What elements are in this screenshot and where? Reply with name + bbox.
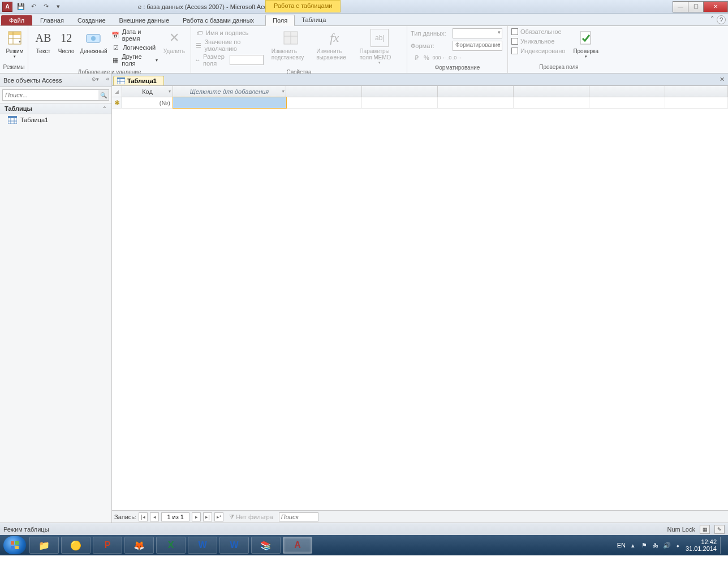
validation-icon bbox=[577, 29, 595, 47]
number-field-button[interactable]: 12 Число bbox=[55, 28, 78, 55]
prev-record-button[interactable]: ◂ bbox=[150, 512, 159, 521]
datatype-row: Тип данных: bbox=[411, 28, 504, 39]
tab-external-data[interactable]: Внешние данные bbox=[113, 15, 176, 25]
empty-cell[interactable] bbox=[514, 97, 589, 108]
size-icon: ↔ bbox=[195, 55, 201, 64]
svg-rect-10 bbox=[580, 32, 591, 44]
empty-cell[interactable] bbox=[438, 97, 514, 108]
action-center-icon[interactable]: ⚑ bbox=[640, 541, 648, 549]
modify-expression-button: fx Изменить выражение bbox=[313, 28, 356, 62]
collapse-group-icon[interactable]: ⌃ bbox=[102, 106, 107, 111]
tray-app-icon[interactable]: ⬥ bbox=[674, 541, 682, 549]
help-button[interactable]: ? bbox=[717, 15, 726, 24]
tab-fields[interactable]: Поля bbox=[265, 15, 295, 26]
tab-create[interactable]: Создание bbox=[71, 15, 113, 25]
taskbar-powerpoint[interactable]: P bbox=[93, 537, 122, 554]
group-views-label: Режимы bbox=[0, 64, 28, 73]
datetime-field-button[interactable]: 📅 Дата и время bbox=[111, 28, 157, 42]
validation-button[interactable]: Проверка ▾ bbox=[570, 28, 602, 60]
tab-table[interactable]: Таблица bbox=[295, 15, 333, 25]
calendar-icon: 📅 bbox=[111, 31, 120, 40]
next-record-button[interactable]: ▸ bbox=[192, 512, 201, 521]
start-button[interactable] bbox=[3, 536, 26, 554]
indexed-checkbox: Индексировано bbox=[511, 47, 565, 55]
yesno-field-button[interactable]: ☑ Логический bbox=[111, 42, 157, 53]
taskbar-excel[interactable]: X bbox=[156, 537, 186, 554]
memo-settings-button: ab| Параметры поля MEMO ▾ bbox=[356, 28, 403, 66]
minimize-ribbon-icon[interactable]: ⌃ bbox=[710, 15, 714, 24]
number-icon: 12 bbox=[57, 29, 75, 47]
taskbar-chrome[interactable]: 🟡 bbox=[61, 537, 91, 554]
svg-rect-1 bbox=[8, 32, 21, 35]
tray-arrow-icon[interactable]: ▴ bbox=[629, 541, 637, 549]
show-desktop-button[interactable] bbox=[720, 537, 725, 554]
close-button[interactable]: ✕ bbox=[703, 1, 728, 12]
maximize-button[interactable]: ☐ bbox=[688, 1, 704, 12]
network-icon[interactable]: 🖧 bbox=[652, 541, 660, 549]
chevron-down-icon[interactable]: ⊙▾ bbox=[92, 76, 99, 82]
record-position-input[interactable] bbox=[161, 512, 189, 521]
select-all-cell[interactable]: ◢ bbox=[112, 86, 122, 97]
first-record-button[interactable]: |◂ bbox=[139, 512, 148, 521]
clock[interactable]: 12:42 31.01.2014 bbox=[686, 538, 717, 552]
taskbar-explorer[interactable]: 📁 bbox=[29, 537, 59, 554]
new-record-indicator[interactable]: ✱ bbox=[112, 97, 122, 108]
chrome-icon: 🟡 bbox=[70, 540, 81, 551]
taskbar-word2[interactable]: W bbox=[219, 537, 249, 554]
svg-rect-22 bbox=[15, 541, 19, 545]
tab-database-tools[interactable]: Работа с базами данных bbox=[176, 15, 261, 25]
active-cell[interactable] bbox=[173, 97, 286, 108]
view-button[interactable]: Режим ▾ bbox=[3, 28, 26, 60]
empty-cell[interactable] bbox=[362, 97, 438, 108]
volume-icon[interactable]: 🔊 bbox=[663, 541, 671, 549]
memo-icon: ab| bbox=[371, 29, 389, 47]
firefox-icon: 🦊 bbox=[133, 540, 145, 551]
new-record-button[interactable]: ▸* bbox=[214, 512, 223, 521]
minimize-button[interactable]: — bbox=[673, 1, 688, 12]
doctab-table1[interactable]: Таблица1 bbox=[113, 76, 164, 85]
file-tab[interactable]: Файл bbox=[1, 15, 32, 25]
language-indicator[interactable]: EN bbox=[617, 542, 626, 549]
qat-save-icon[interactable]: 💾 bbox=[15, 1, 27, 12]
record-navigator: Запись: |◂ ◂ ▸ ▸| ▸* ⧩ Нет фильтра bbox=[112, 510, 728, 523]
decrease-decimals-icon: .0→ bbox=[453, 53, 462, 62]
close-doc-button[interactable]: ✕ bbox=[720, 76, 725, 83]
datasheet-view-switch[interactable]: ▦ bbox=[700, 525, 710, 534]
taskbar-firefox[interactable]: 🦊 bbox=[124, 537, 154, 554]
empty-cell[interactable] bbox=[665, 97, 728, 108]
svg-rect-12 bbox=[8, 116, 17, 118]
record-search-input[interactable] bbox=[279, 512, 318, 521]
currency-field-button[interactable]: Денежный bbox=[78, 28, 110, 55]
datasheet[interactable]: ◢ Код▾ Щелкните для добавления▾ ✱ (№) bbox=[112, 86, 728, 510]
svg-rect-24 bbox=[15, 546, 19, 549]
svg-rect-23 bbox=[11, 546, 14, 549]
search-icon[interactable]: 🔍 bbox=[98, 90, 109, 100]
column-header-add[interactable]: Щелкните для добавления▾ bbox=[173, 86, 286, 97]
last-record-button[interactable]: ▸| bbox=[203, 512, 212, 521]
navpane-header[interactable]: Все объекты Access ⊙▾ « bbox=[0, 74, 111, 87]
navpane-search[interactable]: 🔍 bbox=[2, 89, 109, 101]
search-input[interactable] bbox=[3, 92, 98, 98]
column-header-id[interactable]: Код▾ bbox=[122, 86, 173, 97]
taskbar-word[interactable]: W bbox=[188, 537, 217, 554]
document-tabs: Таблица1 ✕ bbox=[112, 74, 728, 86]
text-field-button[interactable]: AB Текст bbox=[32, 28, 55, 55]
design-view-switch[interactable]: ✎ bbox=[714, 525, 725, 534]
tab-home[interactable]: Главная bbox=[33, 15, 71, 25]
taskbar-winrar[interactable]: 📚 bbox=[251, 537, 281, 554]
empty-column bbox=[514, 86, 589, 97]
more-fields-button[interactable]: ▦ Другие поля ▾ bbox=[111, 53, 157, 67]
taskbar-access[interactable]: A bbox=[283, 537, 312, 554]
modify-lookup-button: Изменить подстановку bbox=[268, 28, 313, 62]
qat-undo-icon[interactable]: ↶ bbox=[28, 1, 39, 12]
cell-id-new[interactable]: (№) bbox=[122, 97, 173, 108]
field-size-input bbox=[230, 55, 264, 65]
qat-redo-icon[interactable]: ↷ bbox=[40, 1, 51, 12]
qat-customize-icon[interactable]: ▾ bbox=[53, 1, 64, 12]
empty-cell[interactable] bbox=[589, 97, 665, 108]
navitem-table1[interactable]: Таблица1 bbox=[0, 114, 111, 126]
navgroup-tables[interactable]: Таблицы ⌃ bbox=[0, 103, 111, 114]
percent-format-icon: % bbox=[422, 53, 431, 62]
empty-cell[interactable] bbox=[286, 97, 362, 108]
collapse-pane-icon[interactable]: « bbox=[106, 76, 109, 82]
